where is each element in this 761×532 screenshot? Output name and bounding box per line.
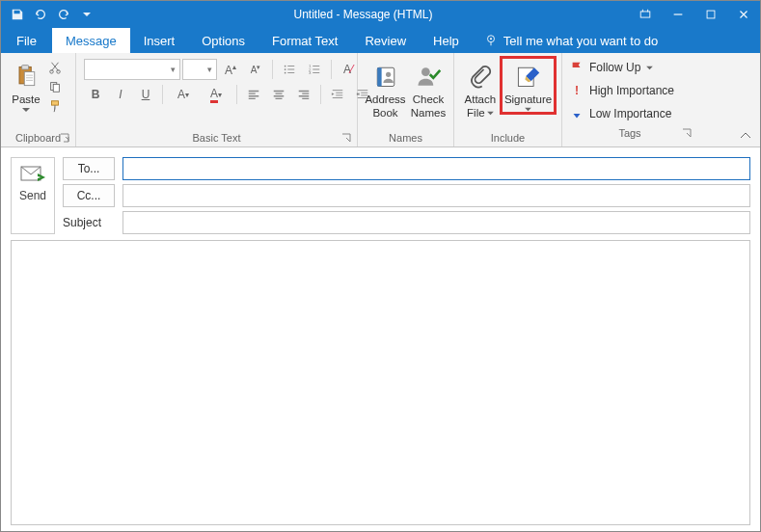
svg-rect-19 <box>377 67 381 86</box>
font-family-combo[interactable]: ▾ <box>84 59 180 80</box>
redo-button[interactable] <box>53 4 74 25</box>
follow-up-button[interactable]: Follow Up <box>570 57 690 78</box>
low-importance-label: Low Importance <box>589 107 671 120</box>
group-tags: Follow Up ! High Importance Low Importan… <box>562 53 697 146</box>
minimize-button[interactable] <box>662 1 694 28</box>
svg-point-21 <box>421 67 430 76</box>
basic-text-launcher[interactable] <box>341 133 353 145</box>
window-title: Untitled - Message (HTML) <box>97 8 629 21</box>
address-book-label-2: Book <box>372 107 397 120</box>
numbering-button[interactable]: 123 <box>303 59 326 80</box>
message-header-fields: Send To... Cc... Subject <box>1 147 760 240</box>
address-book-button[interactable]: AddressBook <box>363 57 408 122</box>
follow-up-label: Follow Up <box>589 61 640 74</box>
tab-help[interactable]: Help <box>420 28 473 53</box>
include-group-label: Include <box>491 132 525 144</box>
svg-point-13 <box>285 68 286 70</box>
to-input[interactable] <box>122 157 750 180</box>
check-names-label-1: Check <box>413 93 445 107</box>
recipient-buttons: To... Cc... Subject <box>63 157 115 234</box>
svg-rect-10 <box>53 84 59 92</box>
recipient-inputs <box>122 157 750 234</box>
tab-options[interactable]: Options <box>188 28 258 53</box>
font-size-combo[interactable]: ▾ <box>182 59 217 80</box>
qat-more-button[interactable] <box>76 4 97 25</box>
tell-me-search[interactable]: Tell me what you want to do <box>473 28 658 53</box>
collapse-ribbon-button[interactable] <box>739 130 754 144</box>
align-left-button[interactable] <box>242 84 265 105</box>
ribbon: Paste Clipboard ▾ ▾ A▴ A▾ 12 <box>1 53 760 147</box>
send-icon <box>20 164 45 185</box>
low-importance-button[interactable]: Low Importance <box>570 103 690 124</box>
tab-file[interactable]: File <box>1 28 52 53</box>
signature-button[interactable]: Signature <box>501 57 556 114</box>
clipboard-icon <box>13 59 40 93</box>
svg-point-20 <box>386 72 391 77</box>
to-button[interactable]: To... <box>63 157 115 180</box>
exclamation-icon: ! <box>570 84 584 97</box>
window-controls <box>629 1 760 28</box>
copy-button[interactable] <box>46 78 64 95</box>
clipboard-launcher[interactable] <box>60 133 71 145</box>
clipboard-group-label: Clipboard <box>15 132 61 144</box>
bold-button[interactable]: B <box>84 84 107 105</box>
italic-button[interactable]: I <box>109 84 132 105</box>
tab-review[interactable]: Review <box>351 28 420 53</box>
send-label: Send <box>19 189 46 202</box>
group-basic-text: ▾ ▾ A▴ A▾ 123 A⁄ B I U A▾ A▾ <box>76 53 358 146</box>
names-group-label: Names <box>389 132 422 144</box>
check-names-label-2: Names <box>411 107 446 120</box>
tab-format-text[interactable]: Format Text <box>258 28 351 53</box>
svg-rect-11 <box>52 101 59 105</box>
font-color-button[interactable]: A▾ <box>201 84 231 105</box>
save-button[interactable] <box>7 4 28 25</box>
group-names: AddressBook CheckNames Names <box>358 53 454 146</box>
title-bar: Untitled - Message (HTML) <box>1 1 760 28</box>
message-body-editor[interactable] <box>11 240 750 525</box>
check-names-button[interactable]: CheckNames <box>408 57 448 122</box>
subject-label: Subject <box>63 211 115 234</box>
highlight-button[interactable]: A▾ <box>168 84 199 105</box>
svg-rect-0 <box>640 12 650 17</box>
cc-input[interactable] <box>122 184 750 207</box>
shrink-font-button[interactable]: A▾ <box>244 59 267 80</box>
decrease-indent-button[interactable] <box>326 84 349 105</box>
address-book-label-1: Address <box>365 93 405 107</box>
paste-label: Paste <box>12 93 40 107</box>
maximize-button[interactable] <box>694 1 727 28</box>
attach-file-label-1: Attach <box>465 93 497 107</box>
align-right-button[interactable] <box>292 84 315 105</box>
group-clipboard: Paste Clipboard <box>1 53 76 146</box>
send-button[interactable]: Send <box>11 157 55 234</box>
format-painter-button[interactable] <box>46 97 64 115</box>
signature-icon <box>514 59 541 93</box>
cc-button[interactable]: Cc... <box>63 184 115 207</box>
undo-button[interactable] <box>30 4 51 25</box>
flag-icon <box>570 61 584 74</box>
align-center-button[interactable] <box>267 84 290 105</box>
quick-access-toolbar <box>1 4 97 25</box>
svg-rect-5 <box>22 66 29 69</box>
underline-button[interactable]: U <box>134 84 157 105</box>
close-button[interactable] <box>727 1 760 28</box>
svg-point-12 <box>285 66 286 67</box>
signature-label: Signature <box>504 93 552 107</box>
ribbon-options-button[interactable] <box>629 1 662 28</box>
cut-button[interactable] <box>46 59 64 76</box>
tags-group-label: Tags <box>618 127 640 139</box>
tab-insert[interactable]: Insert <box>130 28 189 53</box>
bullets-button[interactable] <box>278 59 301 80</box>
subject-input[interactable] <box>122 211 750 234</box>
paperclip-icon <box>467 59 494 93</box>
down-arrow-icon <box>570 107 584 120</box>
tab-message[interactable]: Message <box>52 28 130 53</box>
high-importance-label: High Importance <box>589 84 674 97</box>
grow-font-button[interactable]: A▴ <box>219 59 242 80</box>
paste-button[interactable]: Paste <box>6 57 46 115</box>
high-importance-button[interactable]: ! High Importance <box>570 80 690 101</box>
attach-file-button[interactable]: AttachFile <box>460 57 501 122</box>
svg-rect-6 <box>24 72 35 86</box>
svg-point-3 <box>490 38 492 40</box>
clear-formatting-button[interactable]: A⁄ <box>337 59 360 80</box>
tags-launcher[interactable] <box>682 128 693 140</box>
